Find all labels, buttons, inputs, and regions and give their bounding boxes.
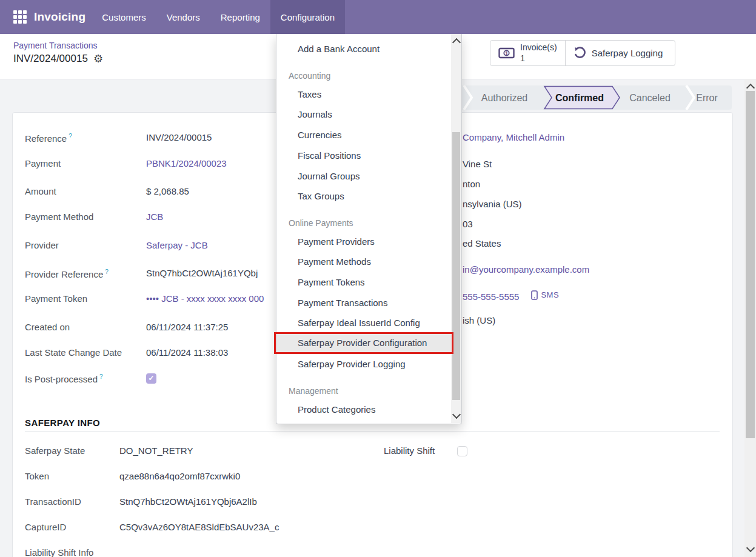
field-row: Created on 06/11/2024 11:37:25 <box>25 321 228 334</box>
field-label: Payment Token <box>25 292 146 305</box>
menu-configuration[interactable]: Configuration <box>270 0 345 34</box>
field-label: Is Post-processed? <box>25 370 146 386</box>
field-value-saferpay-state: DO_NOT_RETRY <box>119 444 193 458</box>
menu-item-taxes[interactable]: Taxes <box>276 87 451 102</box>
field-row: CaptureID C5Qv3vAz6OY8tAE8SldEbSAUv23A_c <box>25 521 279 534</box>
field-value-last-state-change: 06/11/2024 11:38:03 <box>146 346 228 359</box>
scroll-up-icon[interactable] <box>452 38 461 47</box>
menu-item-currencies[interactable]: Currencies <box>276 128 451 142</box>
help-icon[interactable]: ? <box>69 133 72 139</box>
page-title: INV/2024/00015 <box>13 53 88 65</box>
partner-city: nton <box>463 178 480 191</box>
invoice-button-label: Invoice(s) <box>520 42 557 53</box>
statusbar: Authorized Confirmed Canceled Error <box>453 85 732 110</box>
field-value-capture-id: C5Qv3vAz6OY8tAE8SldEbSAUv23A_c <box>119 521 279 534</box>
mobile-phone-icon <box>531 290 538 300</box>
field-value-provider[interactable]: Saferpay - JCB <box>146 239 208 252</box>
field-row: Payment Method JCB <box>25 210 163 224</box>
partner-language: ish (US) <box>463 314 495 327</box>
menu-item-saferpay-ideal-issuerid-config[interactable]: Saferpay Ideal IssuerId Config <box>276 316 451 330</box>
field-value-created-on: 06/11/2024 11:37:25 <box>146 321 228 334</box>
history-icon <box>574 47 586 59</box>
svg-text:1: 1 <box>505 50 508 56</box>
field-row: Last State Change Date 06/11/2024 11:38:… <box>25 346 228 359</box>
field-row: Is Post-processed? ✓ <box>25 372 156 385</box>
menu-item-payment-providers[interactable]: Payment Providers <box>276 235 451 249</box>
gear-icon[interactable]: ⚙ <box>93 53 103 64</box>
menu-customers[interactable]: Customers <box>92 0 156 34</box>
field-label: Payment <box>25 157 146 170</box>
field-value-token: qzae88n6a4qo2omf87cxrwki0 <box>119 470 240 483</box>
menu-vendors[interactable]: Vendors <box>156 0 210 34</box>
field-label: Last State Change Date <box>25 346 146 359</box>
partner-state: nsylvania (US) <box>463 198 522 211</box>
smart-button-box: 1 Invoice(s) 1 Saferpay Logging <box>490 40 675 66</box>
field-label: Payment Method <box>25 210 146 224</box>
step-error[interactable]: Error <box>696 93 718 103</box>
menu-item-add-bank-account[interactable]: Add a Bank Account <box>276 42 451 56</box>
partner-street: Vine St <box>463 158 492 171</box>
menu-item-product-categories[interactable]: Product Categories <box>276 402 451 417</box>
field-row: Saferpay State DO_NOT_RETRY <box>25 444 193 458</box>
menu-item-payment-methods[interactable]: Payment Methods <box>276 255 451 269</box>
configuration-dropdown: Add a Bank Account Accounting Taxes Jour… <box>276 34 462 424</box>
field-value-provider-reference: StnQ7hbCt2OWtAj161YQbj <box>146 267 258 280</box>
field-label: Liability Shift <box>384 444 457 458</box>
field-value-payment[interactable]: PBNK1/2024/00023 <box>146 157 227 170</box>
field-row: Reference? INV/2024/00015 <box>25 131 212 144</box>
menu-reporting[interactable]: Reporting <box>210 0 270 34</box>
help-icon[interactable]: ? <box>99 373 103 380</box>
step-authorized[interactable]: Authorized <box>481 93 528 103</box>
app-window: Authorized Confirmed Canceled Error Refe… <box>0 0 756 557</box>
field-value-payment-token[interactable]: •••• JCB - xxxx xxxx xxxx 000 <box>146 292 264 305</box>
menu-item-payment-transactions[interactable]: Payment Transactions <box>276 296 451 310</box>
dropdown-scrollbar-thumb[interactable] <box>452 132 460 400</box>
partner-phone-row: 555-555-5555SMS <box>463 289 559 302</box>
field-label: Saferpay State <box>25 444 119 458</box>
apps-grid-icon[interactable] <box>13 10 27 24</box>
page-scrollbar-thumb[interactable] <box>746 91 755 438</box>
field-label: Provider Reference? <box>25 265 146 281</box>
section-divider <box>25 431 720 432</box>
field-value-reference: INV/2024/00015 <box>146 131 212 144</box>
saferpay-logging-button[interactable]: Saferpay Logging <box>566 41 671 65</box>
field-label: Token <box>25 470 119 483</box>
section-title: SAFERPAY INFO <box>25 418 100 428</box>
invoice-smart-button[interactable]: 1 Invoice(s) 1 <box>490 41 565 65</box>
partner-phone-link[interactable]: 555-555-5555 <box>463 292 519 302</box>
menu-item-journal-groups[interactable]: Journal Groups <box>276 169 451 184</box>
top-navbar: Invoicing Customers Vendors Reporting Co… <box>0 0 756 34</box>
is-post-processed-checkbox[interactable]: ✓ <box>146 373 156 384</box>
menu-section-management: Management <box>276 384 451 398</box>
step-confirmed[interactable]: Confirmed <box>555 93 604 103</box>
scroll-down-icon[interactable] <box>746 544 755 552</box>
liability-shift-checkbox[interactable] <box>457 446 467 456</box>
menu-item-fiscal-positions[interactable]: Fiscal Positions <box>276 148 451 163</box>
field-row: Payment PBNK1/2024/00023 <box>25 157 227 170</box>
breadcrumb[interactable]: Payment Transactions <box>13 41 98 50</box>
step-canceled[interactable]: Canceled <box>629 93 671 103</box>
partner-link[interactable]: Company, Mitchell Admin <box>463 131 564 144</box>
dropdown-scrollbar[interactable] <box>451 34 461 423</box>
partner-email-link[interactable]: in@yourcompany.example.com <box>463 263 589 276</box>
field-row: Provider Saferpay - JCB <box>25 239 208 252</box>
page-scrollbar[interactable] <box>744 79 756 557</box>
field-value-payment-method[interactable]: JCB <box>146 210 163 224</box>
menu-item-journals[interactable]: Journals <box>276 107 451 122</box>
field-label: CaptureID <box>25 521 119 534</box>
scroll-down-icon[interactable] <box>452 410 461 419</box>
field-row: Liability Shift <box>384 444 467 458</box>
field-row: Provider Reference? StnQ7hbCt2OWtAj161YQ… <box>25 267 258 280</box>
partner-country: ed States <box>463 237 501 250</box>
field-row: TransactionID StnQ7hbCt2OWtAj161YQbj6A2l… <box>25 495 257 509</box>
help-icon[interactable]: ? <box>105 268 109 275</box>
menu-item-saferpay-provider-configuration[interactable]: Saferpay Provider Configuration <box>276 336 451 350</box>
app-name[interactable]: Invoicing <box>34 10 85 24</box>
sms-button[interactable]: SMS <box>541 289 559 302</box>
partner-zip: 03 <box>463 218 473 231</box>
menu-item-tax-groups[interactable]: Tax Groups <box>276 189 451 204</box>
menu-item-payment-tokens[interactable]: Payment Tokens <box>276 275 451 290</box>
field-row: Token qzae88n6a4qo2omf87cxrwki0 <box>25 470 240 483</box>
menu-item-saferpay-provider-logging[interactable]: Saferpay Provider Logging <box>276 357 451 372</box>
field-value-amount: $ 2,068.85 <box>146 185 189 198</box>
